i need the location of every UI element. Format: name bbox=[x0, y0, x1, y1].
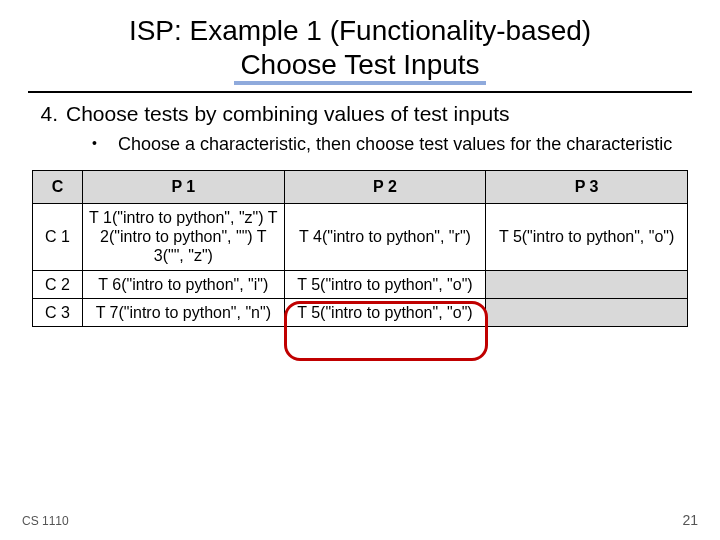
step-4-text: Choose tests by combining values of test… bbox=[66, 101, 510, 127]
cell: T 5("intro to python", "o") bbox=[284, 270, 486, 298]
row-label: C 1 bbox=[33, 203, 83, 270]
bullet-text: Choose a characteristic, then choose tes… bbox=[118, 133, 672, 156]
th-p1: P 1 bbox=[83, 170, 285, 203]
th-p3: P 3 bbox=[486, 170, 688, 203]
title-line1: ISP: Example 1 (Functionality-based) bbox=[28, 14, 692, 48]
title-line2: Choose Test Inputs bbox=[234, 48, 485, 86]
step-4-bullet: • Choose a characteristic, then choose t… bbox=[92, 133, 688, 156]
cell: T 7("intro to python", "n") bbox=[83, 298, 285, 326]
cell-shaded bbox=[486, 298, 688, 326]
body: 4. Choose tests by combining values of t… bbox=[32, 101, 688, 327]
th-c: C bbox=[33, 170, 83, 203]
row-label: C 3 bbox=[33, 298, 83, 326]
bullet-dot-icon: • bbox=[92, 133, 118, 156]
cell: T 1("intro to python", "z") T 2("intro t… bbox=[83, 203, 285, 270]
slide: ISP: Example 1 (Functionality-based) Cho… bbox=[0, 0, 720, 540]
table-row: C 1 T 1("intro to python", "z") T 2("int… bbox=[33, 203, 688, 270]
slide-title: ISP: Example 1 (Functionality-based) Cho… bbox=[28, 14, 692, 87]
step-4: 4. Choose tests by combining values of t… bbox=[32, 101, 688, 127]
cell: T 4("intro to python", "r") bbox=[284, 203, 486, 270]
table-header-row: C P 1 P 2 P 3 bbox=[33, 170, 688, 203]
table-row: C 2 T 6("intro to python", "i") T 5("int… bbox=[33, 270, 688, 298]
cell: T 5("intro to python", "o") bbox=[284, 298, 486, 326]
footer-course: CS 1110 bbox=[22, 514, 69, 528]
cell: T 6("intro to python", "i") bbox=[83, 270, 285, 298]
step-4-number: 4. bbox=[32, 101, 66, 127]
footer-page: 21 bbox=[682, 512, 698, 528]
cell: T 5("intro to python", "o") bbox=[486, 203, 688, 270]
test-table: C P 1 P 2 P 3 C 1 T 1("intro to python",… bbox=[32, 170, 688, 327]
th-p2: P 2 bbox=[284, 170, 486, 203]
cell-shaded bbox=[486, 270, 688, 298]
title-underline bbox=[28, 91, 692, 93]
table-row: C 3 T 7("intro to python", "n") T 5("int… bbox=[33, 298, 688, 326]
row-label: C 2 bbox=[33, 270, 83, 298]
